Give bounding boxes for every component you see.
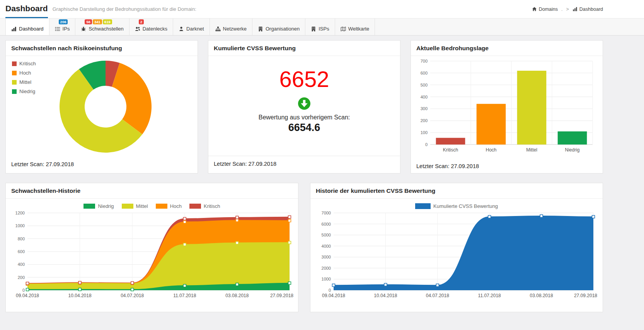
legend-item-mittel: Mittel bbox=[122, 203, 148, 209]
sitemap-icon bbox=[215, 26, 221, 32]
svg-text:09.04.2018: 09.04.2018 bbox=[322, 293, 345, 298]
tab-weltkarte[interactable]: Weltkarte bbox=[335, 19, 375, 35]
svg-text:5000: 5000 bbox=[322, 233, 331, 237]
legend-label: Kritisch bbox=[204, 203, 220, 209]
home-icon bbox=[532, 7, 537, 12]
svg-text:600: 600 bbox=[18, 249, 25, 254]
legend-swatch bbox=[189, 204, 201, 209]
data-point-marker bbox=[288, 216, 291, 218]
tab-schwachstellen[interactable]: 56341619Schwachstellen bbox=[75, 19, 129, 35]
breadcrumb-separator: > bbox=[566, 7, 569, 12]
tab-label: Darknet bbox=[186, 26, 204, 32]
data-point-marker bbox=[592, 215, 595, 218]
bar-hoch bbox=[477, 104, 506, 145]
legend-label: Kumulierte CVSS Bewertung bbox=[433, 203, 498, 209]
top-row: Schwachstellen nach Risikoeinstufung Kri… bbox=[5, 40, 603, 174]
map-icon bbox=[341, 26, 346, 32]
arrow-circle-down-icon bbox=[298, 97, 311, 110]
breadcrumb-domains-label: Domains bbox=[539, 7, 558, 12]
data-point-marker bbox=[183, 221, 186, 223]
vuln-history-chart: 02004006008001000120009.04.201810.04.201… bbox=[6, 210, 298, 304]
card-title-cvss: Kumulierte CVSS Bewertung bbox=[208, 41, 400, 56]
svg-text:11.07.2018: 11.07.2018 bbox=[478, 293, 501, 298]
legend-label: Niedrig bbox=[19, 88, 35, 94]
legend-label: Mittel bbox=[19, 79, 31, 85]
tab-label: Schwachstellen bbox=[89, 26, 123, 32]
svg-text:10.04.2018: 10.04.2018 bbox=[374, 293, 397, 298]
data-point-marker bbox=[26, 282, 29, 285]
svg-text:100: 100 bbox=[421, 130, 428, 135]
svg-text:0: 0 bbox=[425, 142, 428, 147]
header-title-area: Dashboard Graphische Darstellung der Bed… bbox=[5, 0, 196, 18]
svg-text:1000: 1000 bbox=[322, 277, 331, 281]
data-point-marker bbox=[78, 288, 81, 291]
svg-text:0: 0 bbox=[22, 288, 25, 293]
svg-text:200: 200 bbox=[421, 118, 428, 123]
svg-text:2000: 2000 bbox=[322, 266, 331, 270]
legend-item-niedrig: Niedrig bbox=[83, 203, 114, 209]
svg-text:03.08.2018: 03.08.2018 bbox=[225, 293, 249, 298]
data-point-marker bbox=[436, 284, 439, 287]
tab-ips[interactable]: 206IPs bbox=[49, 19, 76, 35]
count-badge: 619 bbox=[103, 19, 112, 24]
user-icon bbox=[179, 26, 184, 32]
svg-text:4000: 4000 bbox=[322, 244, 331, 248]
bar-niedrig bbox=[558, 131, 587, 145]
bar-mittel bbox=[517, 71, 547, 145]
legend-item-kritisch: Kritisch bbox=[189, 203, 220, 209]
data-point-marker bbox=[236, 242, 239, 244]
breadcrumb-dot: . bbox=[561, 7, 562, 12]
tab-organisationen[interactable]: Organisationen bbox=[252, 19, 305, 35]
data-point-marker bbox=[131, 282, 134, 284]
tab-badges: 2 bbox=[139, 19, 144, 24]
svg-text:300: 300 bbox=[421, 106, 428, 111]
data-point-marker bbox=[78, 281, 81, 284]
svg-text:600: 600 bbox=[421, 71, 428, 75]
legend-item-kritisch: Kritisch bbox=[12, 61, 36, 66]
data-point-marker bbox=[236, 216, 239, 219]
tab-isps[interactable]: ISPs bbox=[305, 19, 335, 35]
bottom-row: Schwachstellen-Historie NiedrigMittelHoc… bbox=[5, 183, 603, 312]
svg-text:700: 700 bbox=[421, 59, 428, 63]
svg-text:04.07.2018: 04.07.2018 bbox=[121, 293, 144, 298]
svg-text:6000: 6000 bbox=[322, 222, 331, 226]
legend-swatch bbox=[12, 80, 17, 85]
legend-label: Hoch bbox=[170, 203, 182, 209]
data-point-marker bbox=[183, 284, 186, 287]
last-scan-cvss: Letzter Scan: 27.09.2018 bbox=[208, 156, 400, 173]
data-point-marker bbox=[288, 219, 291, 222]
legend-swatch bbox=[122, 204, 133, 209]
breadcrumb-dashboard[interactable]: Dashboard bbox=[572, 7, 603, 12]
data-point-marker bbox=[384, 283, 387, 286]
legend-swatch bbox=[12, 89, 17, 94]
count-badge: 206 bbox=[59, 19, 68, 24]
cvss-history-chart: 0100020003000400050006000700009.04.20181… bbox=[310, 210, 603, 304]
card-cvss-history: Historie der kumulierten CVSS Bewertung … bbox=[310, 183, 603, 312]
svg-text:400: 400 bbox=[18, 262, 25, 267]
card-title-threat: Aktuelle Bedrohungslage bbox=[411, 41, 603, 56]
tab-badges: 206 bbox=[59, 19, 68, 24]
data-point-marker bbox=[288, 282, 291, 284]
breadcrumb-domains[interactable]: Domains bbox=[532, 7, 558, 12]
page-subtitle: Graphische Darstellung der Bedrohungssit… bbox=[53, 6, 196, 12]
building-icon bbox=[258, 26, 263, 32]
legend-item-niedrig: Niedrig bbox=[12, 88, 36, 94]
card-vuln-history: Schwachstellen-Historie NiedrigMittelHoc… bbox=[5, 183, 298, 312]
data-point-marker bbox=[26, 288, 29, 291]
chart-bar-icon bbox=[572, 7, 578, 12]
tab-badges: 56341619 bbox=[85, 19, 112, 24]
legend-swatch bbox=[83, 204, 95, 209]
page-title: Dashboard bbox=[5, 0, 48, 18]
tab-darknet[interactable]: Darknet bbox=[173, 19, 210, 35]
tab-datenlecks[interactable]: 2Datenlecks bbox=[129, 19, 173, 35]
count-badge: 56 bbox=[85, 19, 92, 24]
tab-dashboard[interactable]: Dashboard bbox=[5, 19, 49, 35]
bar-kritisch bbox=[436, 138, 465, 145]
data-point-marker bbox=[488, 216, 491, 218]
tab-netzwerke[interactable]: Netzwerke bbox=[210, 19, 252, 35]
svg-text:04.07.2018: 04.07.2018 bbox=[426, 293, 449, 298]
previous-scan-label: Bewertung aus vorherigem Scan: bbox=[208, 114, 400, 121]
svg-text:1000: 1000 bbox=[15, 223, 25, 228]
card-title-history: Schwachstellen-Historie bbox=[6, 183, 298, 199]
building-icon bbox=[311, 26, 316, 32]
